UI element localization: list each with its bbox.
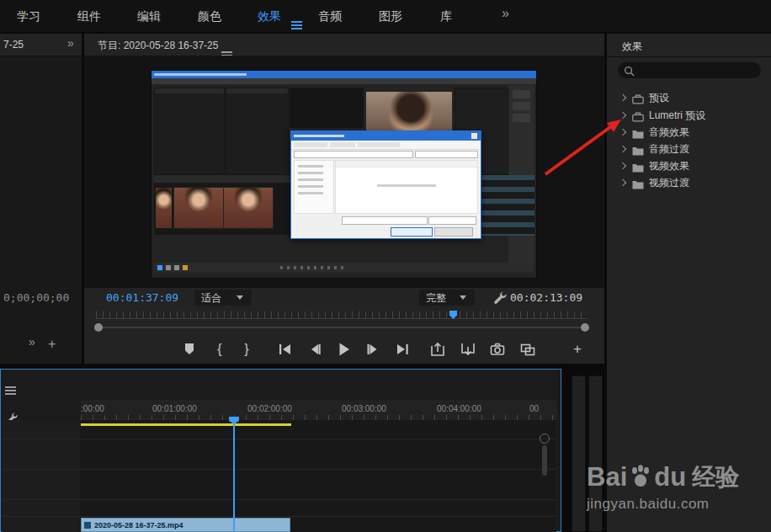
timeline-zoom-handle[interactable]: [540, 434, 550, 444]
tab-edit[interactable]: 编辑: [137, 9, 161, 24]
effects-bin-audio-effects[interactable]: 音频效果: [607, 124, 771, 140]
extract-button[interactable]: [457, 338, 479, 360]
tab-graphics[interactable]: 图形: [379, 9, 402, 24]
annotation-arrow: [539, 114, 631, 181]
tab-audio[interactable]: 音频: [318, 9, 342, 24]
timeline-playhead-line[interactable]: [233, 422, 235, 531]
effects-bin-label: 预设: [649, 91, 669, 105]
step-forward-button[interactable]: [362, 338, 384, 360]
list-column-header: [336, 161, 477, 168]
dialog-filetype-dropdown: [428, 216, 476, 225]
program-panel-title[interactable]: 节目: 2020-05-28 16-37-25: [98, 39, 218, 53]
lift-button[interactable]: [427, 338, 449, 360]
effects-bin-label: Lumetri 预设: [649, 109, 705, 123]
panel-collapse-chevrons[interactable]: »: [67, 36, 74, 50]
mark-out-button[interactable]: }: [236, 338, 258, 360]
effects-bin-presets[interactable]: 预设: [607, 89, 771, 105]
comparison-view-button[interactable]: [517, 338, 539, 360]
toolbar-segment: [330, 142, 355, 147]
track-separator: [2, 469, 556, 470]
dialog-toolbar: [291, 141, 481, 150]
dialog-address-bar: [294, 151, 413, 158]
go-to-in-button[interactable]: [274, 338, 296, 360]
premiere-app-window: 学习 组件 编辑 颜色 效果 音频 图形 库 » 7-25 » 0;00;00;…: [0, 0, 771, 532]
zoom-handle-right[interactable]: [581, 323, 589, 332]
timeline-panel-menu-icon[interactable]: [5, 390, 16, 391]
effects-bin-video-transitions[interactable]: 视频过渡: [607, 174, 771, 190]
nav-item: [298, 165, 323, 168]
extract-icon: [459, 340, 477, 359]
button-editor-add-button[interactable]: +: [566, 338, 588, 360]
mark-in-button[interactable]: {: [209, 338, 231, 360]
inner-audio-tracks: [481, 175, 534, 236]
program-viewer: [84, 56, 604, 288]
timeline-ruler[interactable]: :00:00 00:01:00:00 00:02:00:00 00:03:00:…: [81, 400, 557, 420]
program-duration-timecode: 00:02:13:09: [510, 291, 582, 304]
effects-bin-video-effects[interactable]: 视频效果: [607, 157, 771, 173]
mark-in-glyph: {: [217, 342, 221, 357]
audio-meter-left: [572, 375, 586, 532]
inner-titlebar-text: [154, 73, 247, 76]
ruler-label: 00:01:00:00: [152, 404, 197, 413]
play-button[interactable]: [332, 338, 354, 360]
inner-bottom-strip: [154, 263, 534, 273]
tab-libraries[interactable]: 库: [440, 9, 452, 24]
go-to-out-button[interactable]: [391, 338, 413, 360]
tab-learn[interactable]: 学习: [17, 9, 40, 24]
inner-panel-left-b: [226, 88, 289, 175]
effects-search-input[interactable]: [618, 62, 761, 78]
step-back-button[interactable]: [304, 338, 326, 360]
ruler-label: 00:03:00:00: [342, 404, 386, 413]
work-area-bar[interactable]: [81, 423, 291, 426]
dialog-open-button: [391, 227, 433, 237]
step-back-icon: [306, 340, 324, 359]
playback-quality-dropdown[interactable]: 完整: [419, 290, 475, 306]
folder-icon: [632, 178, 644, 193]
tab-assembly[interactable]: 组件: [77, 9, 101, 24]
effects-bin-label: 音频效果: [649, 125, 689, 140]
toolbar-add-button[interactable]: +: [48, 337, 56, 352]
effects-panel-title[interactable]: 效果: [622, 40, 642, 54]
plus-glyph: +: [573, 341, 582, 358]
dialog-titlebar: [291, 131, 481, 141]
monitor-zoom-bar[interactable]: [101, 327, 582, 328]
export-frame-button[interactable]: [487, 338, 508, 360]
tab-effects-active[interactable]: 效果: [258, 9, 281, 24]
toolbar-segment: [358, 142, 400, 147]
dialog-close-icon: [471, 133, 477, 139]
timeline-vertical-scrollbar[interactable]: [542, 445, 547, 476]
chevron-down-icon: [237, 295, 243, 300]
chip: [166, 265, 171, 270]
dialog-cancel-button: [434, 227, 473, 237]
nav-item: [298, 178, 323, 181]
playback-quality-value: 完整: [426, 291, 446, 306]
track-separator: [2, 439, 556, 439]
nav-item: [298, 172, 323, 174]
add-marker-button[interactable]: [178, 338, 200, 360]
marker-icon: [180, 340, 199, 359]
video-frame: [152, 71, 536, 278]
inner-file-dialog: [290, 130, 481, 239]
settings-wrench-icon[interactable]: [493, 290, 508, 308]
toolbar-overflow-chevrons[interactable]: »: [29, 335, 35, 348]
tab-overflow-chevrons[interactable]: »: [502, 6, 509, 21]
tab-menu-icon[interactable]: [291, 24, 302, 26]
track-separator: [2, 516, 556, 517]
chip: [183, 265, 188, 270]
chevron-right-icon[interactable]: [619, 94, 626, 101]
monitor-mini-ruler[interactable]: [96, 311, 588, 319]
effects-bin-lumetri-presets[interactable]: Lumetri 预设: [607, 107, 771, 123]
clip-fx-badge-icon: [84, 522, 91, 529]
source-panel-title[interactable]: 7-25: [3, 39, 24, 51]
source-panel-header: 7-25 »: [0, 34, 82, 56]
track-separator: [2, 499, 556, 500]
search-icon: [624, 65, 635, 80]
zoom-handle-left[interactable]: [94, 323, 103, 332]
zoom-level-dropdown[interactable]: 适合: [194, 290, 252, 306]
tab-color[interactable]: 颜色: [198, 9, 221, 24]
nav-item: [298, 185, 323, 188]
timeline-clip[interactable]: 2020-05-28 16-37-25.mp4: [81, 518, 290, 532]
effects-panel-header: 效果: [607, 34, 771, 57]
effects-bin-audio-transitions[interactable]: 音频过渡: [607, 141, 771, 157]
program-current-timecode[interactable]: 00:01:37:09: [106, 291, 178, 304]
